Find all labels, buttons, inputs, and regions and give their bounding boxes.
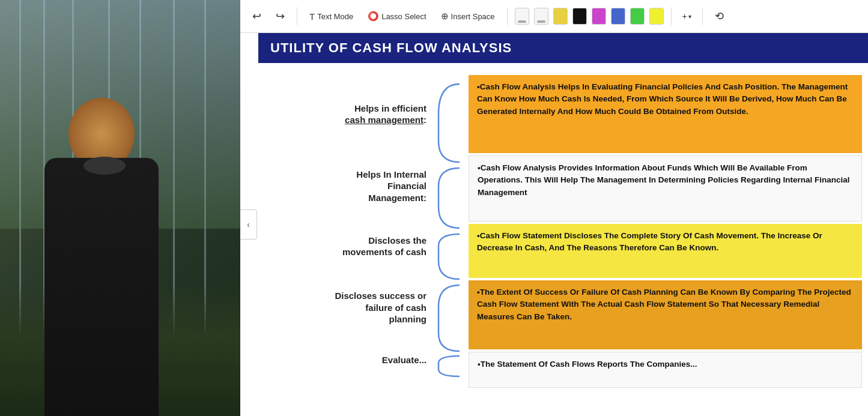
color-green-pen[interactable] <box>630 8 645 25</box>
desc-text-5: •The Statement Of Cash Flows Reports The… <box>478 360 697 369</box>
color-purple-pen[interactable] <box>592 8 606 25</box>
desc-item-2: •Cash Flow Analysis Provides Information… <box>469 155 862 222</box>
text-mode-icon: T <box>309 11 315 22</box>
separator-4 <box>702 7 703 25</box>
bracket-svg <box>432 75 466 381</box>
separator-2 <box>507 7 508 25</box>
desc-text-2: •Cash Flow Analysis Provides Information… <box>478 163 849 197</box>
desc-item-5: •The Statement Of Cash Flows Reports The… <box>469 352 862 388</box>
collapse-icon: ‹ <box>247 220 250 229</box>
label-1: Helps in efficientcash management: <box>264 75 432 153</box>
labels-column: Helps in efficientcash management: Helps… <box>264 75 432 410</box>
text-mode-button[interactable]: T Text Mode <box>305 9 358 24</box>
add-tool-button[interactable]: + ▾ <box>679 9 695 23</box>
label-text-5: Evaluate... <box>382 354 426 366</box>
separator-1 <box>297 7 297 25</box>
extra-tool-icon: ⟲ <box>715 10 724 23</box>
page-wrapper: UTILITY OF CASH FLOW ANALYSIS Helps in e… <box>258 33 868 416</box>
desc-text-1: •Cash Flow Analysis Helps In Evaluating … <box>477 82 848 116</box>
doc-content: ‹ UTILITY OF CASH FLOW ANALYSIS Helps in… <box>240 33 868 416</box>
lasso-icon: ⭕ <box>368 11 379 22</box>
desc-text-3: •Cash Flow Statement Discloses The Compl… <box>477 231 822 252</box>
desc-item-3: •Cash Flow Statement Discloses The Compl… <box>469 224 862 278</box>
color-yellow-pen[interactable] <box>553 8 568 25</box>
color-blue-pen[interactable] <box>611 8 625 25</box>
collapse-button[interactable]: ‹ <box>240 210 257 240</box>
desc-item-4: •The Extent Of Success Or Failure Of Cas… <box>469 280 862 349</box>
plus-icon: + <box>682 11 687 21</box>
lasso-select-button[interactable]: ⭕ Lasso Select <box>363 8 431 24</box>
redo-button[interactable]: ↪ <box>271 7 290 25</box>
label-text-2: Helps In InternalFinancialManagement: <box>356 169 426 204</box>
doc-panel: ↩ ↪ T Text Mode ⭕ Lasso Select ⊕ Insert … <box>240 0 868 416</box>
title-bar: UTILITY OF CASH FLOW ANALYSIS <box>258 33 868 63</box>
redo-icon: ↪ <box>276 10 285 23</box>
undo-icon: ↩ <box>252 10 261 23</box>
text-mode-label: Text Mode <box>317 12 353 21</box>
color-black-pen[interactable] <box>572 8 587 25</box>
extra-tool-button[interactable]: ⟲ <box>710 7 729 25</box>
content-area: Helps in efficientcash management: Helps… <box>258 75 868 410</box>
page-title: UTILITY OF CASH FLOW ANALYSIS <box>270 40 512 55</box>
plus-chevron: ▾ <box>688 13 691 20</box>
lasso-select-label: Lasso Select <box>381 12 426 21</box>
label-text-3: Discloses themovements of cash <box>342 235 426 258</box>
label-5: Evaluate... <box>264 342 432 378</box>
label-text-1: Helps in efficientcash management: <box>345 103 426 126</box>
label-2: Helps In InternalFinancialManagement: <box>264 153 432 219</box>
desc-text-4: •The Extent Of Success Or Failure Of Cas… <box>477 288 851 321</box>
insert-space-button[interactable]: ⊕ Insert Space <box>436 8 500 24</box>
color-bright-yellow-pen[interactable] <box>649 8 664 25</box>
desc-item-1: •Cash Flow Analysis Helps In Evaluating … <box>469 75 862 153</box>
bracket-column <box>432 75 469 410</box>
toolbar: ↩ ↪ T Text Mode ⭕ Lasso Select ⊕ Insert … <box>240 0 868 33</box>
insert-space-label: Insert Space <box>451 12 495 21</box>
label-4: Discloses success orfailure of cashplann… <box>264 273 432 342</box>
label-text-4: Discloses success orfailure of cashplann… <box>335 290 426 325</box>
label-3: Discloses themovements of cash <box>264 219 432 273</box>
descriptions-column: •Cash Flow Analysis Helps In Evaluating … <box>469 75 862 410</box>
video-panel <box>0 0 240 416</box>
undo-button[interactable]: ↩ <box>247 7 266 25</box>
color-pencil-swatch[interactable] <box>534 8 548 25</box>
separator-3 <box>671 7 672 25</box>
color-white-swatch[interactable] <box>515 8 529 25</box>
insert-space-icon: ⊕ <box>441 11 449 22</box>
